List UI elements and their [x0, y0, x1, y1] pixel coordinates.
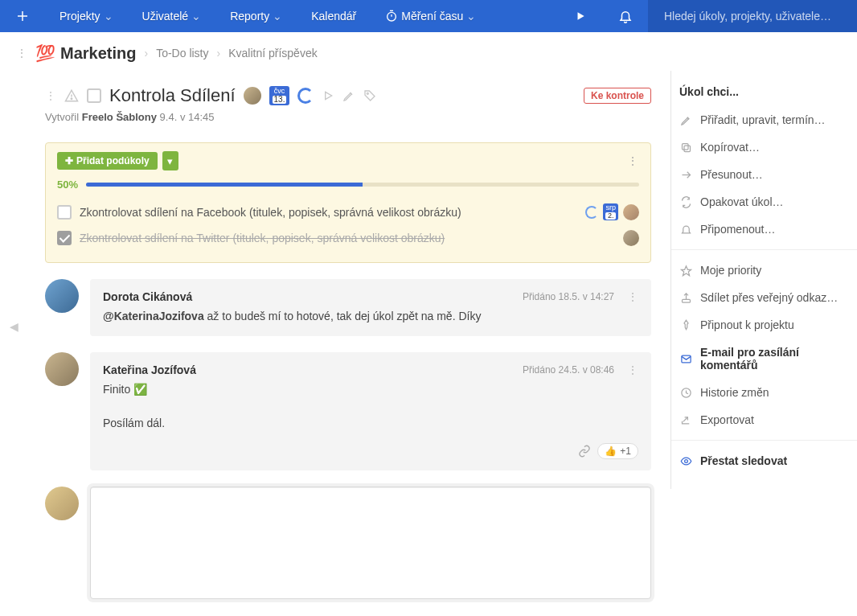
add-subtask-dropdown[interactable]: ▾: [162, 151, 178, 170]
progress-ring-icon[interactable]: [297, 88, 314, 104]
comment-author: Dorota Cikánová: [103, 290, 192, 303]
subtask-menu-icon[interactable]: ⋮: [627, 154, 639, 167]
status-badge[interactable]: Ke kontrole: [584, 88, 651, 104]
subtask-checkbox[interactable]: [57, 231, 72, 245]
sidebar-item-label: E-mail pro zasílání komentářů: [700, 346, 844, 372]
subtask-label: Zkontrolovat sdílení na Twitter (titulek…: [80, 232, 445, 244]
breadcrumb-list[interactable]: To-Do listy: [156, 47, 208, 60]
comment-editor[interactable]: [90, 487, 651, 599]
sidebar-item-label: Kopírovat…: [700, 141, 760, 154]
comment-text-rest: až to budeš mí to hotové, tak dej úkol z…: [204, 310, 482, 322]
sidebar-item[interactable]: Přesunout…: [671, 161, 857, 188]
mail-icon: [679, 353, 692, 365]
task-sidebar: Úkol chci... Přiřadit, upravit, termín…K…: [670, 71, 857, 489]
chevron-right-icon: ›: [144, 47, 148, 60]
nav-item-mereni-casu[interactable]: Měření času ⌄: [371, 0, 490, 32]
like-count: +1: [620, 446, 631, 457]
stopwatch-icon: [385, 10, 398, 23]
task-header: ⋮ Kontrola Sdílení čvc 13. Ke kontrole: [45, 85, 651, 106]
comment-text: Finito ✅ Posílám dál.: [103, 381, 638, 432]
sidebar-item-label: Opakovat úkol…: [700, 195, 784, 208]
sidebar-item[interactable]: Kopírovat…: [671, 133, 857, 161]
assignee-avatar[interactable]: [244, 87, 261, 105]
comment-avatar[interactable]: [45, 352, 79, 386]
comment-avatar[interactable]: [45, 279, 79, 313]
task-menu-icon[interactable]: ⋮: [45, 89, 56, 102]
sidebar-item[interactable]: Sdílet přes veřejný odkaz…: [671, 284, 857, 311]
sidebar-item-label: Připomenout…: [700, 223, 775, 236]
sidebar-item[interactable]: Moje priority: [671, 257, 857, 284]
mention[interactable]: @KaterinaJozifova: [103, 310, 204, 322]
badge-day: 2.: [605, 212, 616, 220]
share-icon: [679, 292, 692, 304]
svg-point-18: [684, 459, 687, 462]
subtask-row[interactable]: Zkontrolovat sdílení na Twitter (titulek…: [57, 225, 639, 251]
sidebar-item[interactable]: Přestat sledovat: [671, 447, 857, 474]
created-by: Freelo Šablony: [82, 111, 157, 123]
project-title[interactable]: 💯 Marketing: [35, 43, 136, 63]
progress-ring-icon[interactable]: [585, 206, 598, 219]
link-icon[interactable]: [578, 445, 591, 458]
bell-icon: [679, 224, 692, 236]
sidebar-item-label: Moje priority: [700, 264, 761, 277]
comment-author: Kateřina Jozífová: [103, 363, 196, 376]
subtask-checkbox[interactable]: [57, 205, 72, 220]
sidebar-item[interactable]: E-mail pro zasílání komentářů: [671, 339, 857, 379]
warning-icon[interactable]: [64, 88, 79, 103]
sidebar-item[interactable]: Opakovat úkol…: [671, 188, 857, 216]
due-day: 13.: [273, 96, 287, 104]
nav-label: Měření času: [401, 10, 463, 23]
tag-icon[interactable]: [363, 89, 376, 102]
badge-month: srp: [605, 204, 616, 211]
move-icon: [679, 169, 692, 181]
svg-marker-8: [326, 92, 332, 99]
sidebar-item[interactable]: Připnout k projektu: [671, 311, 857, 339]
subtask-assignee-avatar[interactable]: [623, 230, 639, 246]
nav-item-projekty[interactable]: Projekty ⌄: [45, 0, 128, 32]
subtask-row[interactable]: Zkontrolovat sdílení na Facebook (titule…: [57, 199, 639, 225]
sidebar-item-label: Připnout k projektu: [700, 318, 794, 331]
sidebar-item-label: Přestat sledovat: [700, 454, 787, 467]
chevron-down-icon: ⌄: [273, 10, 282, 23]
add-subtask-button[interactable]: ✚ Přidat podúkoly: [57, 152, 158, 170]
nav-notifications-button[interactable]: [603, 9, 648, 23]
search-input[interactable]: [662, 9, 843, 23]
subtask-assignee-avatar[interactable]: [623, 204, 639, 220]
subtask-progress: 50%: [57, 179, 639, 191]
subtask-due-badge[interactable]: srp 2.: [603, 203, 618, 220]
sidebar-item-label: Exportovat: [700, 413, 754, 426]
collapse-left-icon[interactable]: ◀: [10, 320, 18, 333]
due-month: čvc: [273, 88, 287, 95]
task-checkbox[interactable]: [87, 88, 101, 103]
pencil-icon[interactable]: [342, 89, 355, 102]
nav-add-button[interactable]: [0, 9, 45, 23]
sidebar-item[interactable]: Historie změn: [671, 379, 857, 406]
comment-body: Kateřina Jozífová Přidáno 24.5. v 08:46 …: [90, 352, 651, 470]
svg-rect-10: [684, 146, 691, 152]
page-menu-icon[interactable]: ⋮: [16, 47, 27, 60]
sidebar-item[interactable]: Exportovat: [671, 406, 857, 433]
sidebar-item[interactable]: Přiřadit, upravit, termín…: [671, 106, 857, 133]
like-button[interactable]: 👍 +1: [597, 443, 638, 459]
sidebar-item[interactable]: Připomenout…: [671, 216, 857, 243]
export-icon: [679, 414, 692, 426]
play-icon[interactable]: [322, 89, 334, 102]
breadcrumb-task[interactable]: Kvalitní příspěvek: [228, 47, 318, 60]
eye-icon: [679, 455, 692, 467]
svg-rect-14: [682, 299, 690, 302]
pin-icon: [679, 319, 692, 331]
top-nav: Projekty ⌄ Uživatelé ⌄ Reporty ⌄ Kalendá…: [0, 0, 857, 32]
current-user-avatar[interactable]: [45, 487, 79, 520]
nav-item-reporty[interactable]: Reporty ⌄: [215, 0, 297, 32]
comment-menu-icon[interactable]: ⋮: [627, 290, 638, 303]
nav-play-button[interactable]: [558, 10, 603, 22]
nav-item-uzivatele[interactable]: Uživatelé ⌄: [128, 0, 216, 32]
nav-item-kalendar[interactable]: Kalendář: [297, 0, 371, 32]
comment-menu-icon[interactable]: ⋮: [627, 363, 638, 376]
chevron-right-icon: ›: [217, 47, 221, 60]
chevron-down-icon: ▾: [167, 155, 173, 167]
pencil-icon: [679, 114, 692, 126]
due-date-badge[interactable]: čvc 13.: [269, 86, 290, 105]
created-line: Vytvořil Freelo Šablony 9.4. v 14:45: [45, 111, 651, 123]
nav-search[interactable]: [648, 0, 857, 32]
